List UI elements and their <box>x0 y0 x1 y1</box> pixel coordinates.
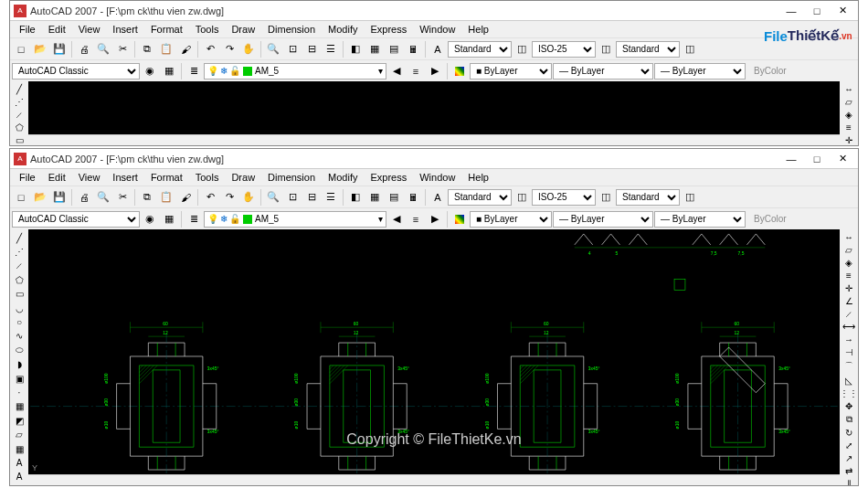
dimstyle-icon[interactable]: ◫ <box>597 40 615 58</box>
pline-tool[interactable]: ⟋ <box>11 109 27 121</box>
textstyle-select[interactable]: Standard <box>448 189 512 206</box>
menu-edit[interactable]: Edit <box>43 23 71 36</box>
menu-draw[interactable]: Draw <box>226 23 260 36</box>
menu-draw[interactable]: Draw <box>226 171 260 184</box>
ws-btn-0[interactable]: ◉ <box>141 210 159 228</box>
zoomp-button[interactable]: ⊟ <box>302 188 321 207</box>
rect-tool[interactable]: ▭ <box>11 134 27 145</box>
model-canvas[interactable] <box>28 81 840 134</box>
mov-tool[interactable]: ✥ <box>841 400 857 412</box>
line-tool[interactable]: ╱ <box>11 83 27 95</box>
close-button[interactable]: ✕ <box>831 151 854 167</box>
pan-button[interactable]: ✋ <box>239 188 258 207</box>
match-button[interactable]: 🖌 <box>176 188 195 207</box>
tablestyle-select[interactable]: Standard <box>616 41 680 58</box>
mtxt-tool[interactable]: A <box>11 456 27 469</box>
workspace-select[interactable]: AutoCAD Classic <box>12 211 140 228</box>
menu-dimension[interactable]: Dimension <box>262 23 321 36</box>
menu-edit[interactable]: Edit <box>43 171 71 184</box>
menu-help[interactable]: Help <box>462 171 494 184</box>
layer-manager-button[interactable]: ≣ <box>185 62 203 80</box>
zoomp-button[interactable]: ⊟ <box>302 40 321 58</box>
layer-select[interactable]: 💡❄🔓AM_5▾ <box>204 211 386 228</box>
ws-btn-0[interactable]: ◉ <box>141 62 159 80</box>
ext-tool[interactable]: → <box>841 334 857 345</box>
menu-window[interactable]: Window <box>414 23 460 36</box>
mprop-tool[interactable]: ◈ <box>841 109 857 121</box>
save-button[interactable]: 💾 <box>50 188 69 207</box>
open-button[interactable]: 📂 <box>31 188 49 207</box>
redo-button[interactable]: ↷ <box>220 40 238 58</box>
menu-format[interactable]: Format <box>145 23 188 36</box>
menu-dimension[interactable]: Dimension <box>262 171 321 184</box>
arc-tool[interactable]: ◡ <box>11 302 27 314</box>
list-tool[interactable]: ≡ <box>841 122 857 133</box>
cut-button[interactable]: ✂ <box>113 188 132 207</box>
dim-tool[interactable]: ⟷ <box>841 321 857 333</box>
arr-tool[interactable]: ⋮⋮ <box>841 387 857 399</box>
open-button[interactable]: 📂 <box>31 40 49 58</box>
pline-tool[interactable]: ⟋ <box>11 260 27 272</box>
zoomrt-button[interactable]: 🔍 <box>264 188 282 207</box>
menu-insert[interactable]: Insert <box>107 171 143 184</box>
dist-tool[interactable]: ↔ <box>841 231 857 243</box>
id-tool[interactable]: ✛ <box>841 282 857 294</box>
menu-window[interactable]: Window <box>414 171 460 184</box>
circ-tool[interactable]: ○ <box>11 315 27 328</box>
close-button[interactable]: ✕ <box>831 3 854 19</box>
zoomw-button[interactable]: ⊡ <box>283 40 302 58</box>
maximize-button[interactable]: □ <box>805 151 829 167</box>
drawing-area[interactable]: ╱⋰⟋⬠▭◡○∿⬭◗▣·▦◩▱▦AA ↔▱◈≡✛∠⟋⟷→⊣⌒◺⋮⋮✥⧉↻⤢↗⇄∥… <box>10 229 858 485</box>
layer-nav-2[interactable]: ▶ <box>426 210 444 228</box>
layer-nav-2[interactable]: ▶ <box>426 62 444 80</box>
sset-button[interactable]: ▤ <box>385 40 403 58</box>
plot-button[interactable]: 🖨 <box>75 188 93 207</box>
pt-tool[interactable]: · <box>11 386 27 398</box>
hatch-tool[interactable]: ▦ <box>11 400 27 413</box>
cline-tool[interactable]: ⋰ <box>11 96 27 108</box>
menu-tools[interactable]: Tools <box>190 171 225 184</box>
line-tool[interactable]: ╱ <box>11 231 27 244</box>
copy-button[interactable]: ⧉ <box>138 188 156 207</box>
prev-button[interactable]: 🔍 <box>94 188 112 207</box>
fil-tool[interactable]: ⌒ <box>841 359 857 374</box>
ell-tool[interactable]: ⬭ <box>11 344 27 356</box>
area-tool[interactable]: ▱ <box>841 244 857 256</box>
paste-button[interactable]: 📋 <box>157 40 175 58</box>
workspace-select[interactable]: AutoCAD Classic <box>12 63 140 80</box>
menu-modify[interactable]: Modify <box>323 23 363 36</box>
A-tool[interactable]: A <box>11 471 27 483</box>
trim-tool[interactable]: ⊣ <box>841 346 857 358</box>
redo-button[interactable]: ↷ <box>220 188 238 207</box>
color-select[interactable]: ■ ByLayer <box>470 211 552 228</box>
id-tool[interactable]: ✛ <box>841 134 857 145</box>
rect-tool[interactable]: ▭ <box>11 288 27 301</box>
calc-button[interactable]: 🖩 <box>404 40 422 58</box>
cop-tool[interactable]: ⧉ <box>841 413 857 426</box>
plot-button[interactable]: 🖨 <box>75 40 93 58</box>
len-tool[interactable]: ⟋ <box>841 308 857 320</box>
menu-file[interactable]: File <box>14 23 41 36</box>
textstyle-icon[interactable]: ◫ <box>513 40 531 58</box>
layer-nav-0[interactable]: ◀ <box>387 210 406 228</box>
layer-nav-0[interactable]: ◀ <box>387 62 406 80</box>
copy-button[interactable]: ⧉ <box>138 40 156 58</box>
linetype-select[interactable]: — ByLayer <box>553 211 653 228</box>
new-button[interactable]: □ <box>12 40 30 58</box>
tablestyle-icon[interactable]: ◫ <box>681 188 699 207</box>
color-button[interactable] <box>450 62 469 80</box>
zoomrt-button[interactable]: 🔍 <box>264 40 282 58</box>
dc-button[interactable]: ◧ <box>346 188 365 207</box>
calc-button[interactable]: 🖩 <box>404 188 422 207</box>
save-button[interactable]: 💾 <box>50 40 69 58</box>
blk-tool[interactable]: ▣ <box>11 372 27 385</box>
maximize-button[interactable]: □ <box>805 3 829 19</box>
menu-express[interactable]: Express <box>365 23 412 36</box>
layer-manager-button[interactable]: ≣ <box>185 210 203 228</box>
menu-view[interactable]: View <box>73 23 106 36</box>
menu-view[interactable]: View <box>73 171 106 184</box>
textstyle-icon[interactable]: A <box>429 188 447 207</box>
textstyle-icon[interactable]: ◫ <box>513 188 531 207</box>
minimize-button[interactable]: — <box>779 151 803 167</box>
color-button[interactable] <box>450 210 469 228</box>
